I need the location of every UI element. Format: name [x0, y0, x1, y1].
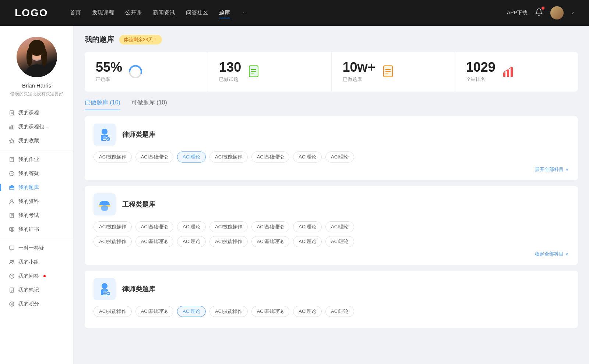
question-circle-icon: ? [9, 171, 15, 176]
logo[interactable]: LOGO [15, 7, 48, 19]
sidebar: Brian Harris 错误的决定比没有决定要好 我的课程 我的课程包... [0, 26, 74, 364]
doc-icon [9, 213, 15, 218]
user-dropdown-arrow[interactable]: ∨ [571, 10, 574, 15]
main-content: 我的题库 体验剩余23天！ 55% 正确率 [74, 26, 589, 364]
sidebar-item-course-pack[interactable]: 我的课程包... [0, 120, 73, 134]
svg-point-5 [27, 64, 47, 77]
svg-rect-20 [11, 187, 12, 188]
file-icon [9, 110, 15, 116]
doc-orange-svg [382, 65, 395, 78]
tags-row-1-first: ACI技能操作 ACI基础理论 ACI理论 ACI技能操作 ACI基础理论 AC… [94, 221, 569, 232]
stat-done-banks: 10w+ 已做题库 [332, 52, 455, 92]
sidebar-item-notes[interactable]: 我的笔记 [0, 283, 73, 297]
tag-0-3[interactable]: ACI技能操作 [209, 151, 248, 163]
tag-0-2[interactable]: ACI理论 [177, 151, 206, 163]
sidebar-item-points[interactable]: 积 我的积分 [0, 297, 73, 311]
sidebar-item-bank[interactable]: 我的题库 [0, 181, 73, 195]
main-layout: Brian Harris 错误的决定比没有决定要好 我的课程 我的课程包... [0, 26, 589, 364]
pie-chart-svg [128, 64, 143, 79]
tag-2-6[interactable]: ACI理论 [325, 306, 354, 317]
tag-1-r2-6[interactable]: ACI理论 [325, 236, 354, 247]
tag-2-0[interactable]: ACI技能操作 [94, 306, 132, 317]
avatar-image [17, 37, 57, 77]
sidebar-item-profile[interactable]: 我的资料 [0, 195, 73, 208]
page-title: 我的题库 [85, 35, 114, 44]
tag-1-0[interactable]: ACI技能操作 [94, 221, 132, 232]
nav-more[interactable]: ··· [241, 8, 246, 18]
svg-point-54 [102, 129, 107, 135]
tag-2-1[interactable]: ACI基础理论 [135, 306, 174, 317]
stat-correct-label: 正确率 [96, 76, 122, 83]
qbank-header-1: 工程类题库 [94, 193, 569, 215]
note-icon [9, 287, 15, 293]
tag-0-0[interactable]: ACI技能操作 [94, 151, 132, 163]
tag-2-2[interactable]: ACI理论 [177, 306, 206, 317]
pie-chart-icon [128, 64, 143, 79]
tag-0-5[interactable]: ACI理论 [293, 151, 322, 163]
qbank-section-1: 工程类题库 ACI技能操作 ACI基础理论 ACI理论 ACI技能操作 ACI基… [85, 186, 578, 265]
svg-point-28 [11, 228, 13, 230]
avatar-svg [17, 37, 57, 77]
nav-bank[interactable]: 题库 [219, 8, 230, 18]
nav-qa[interactable]: 问答社区 [186, 8, 208, 18]
svg-rect-13 [10, 157, 14, 162]
stat-correct-value: 55% [96, 61, 122, 74]
svg-rect-53 [511, 67, 513, 77]
tag-1-r2-4[interactable]: ACI基础理论 [251, 236, 290, 247]
tag-1-r2-3[interactable]: ACI技能操作 [209, 236, 248, 247]
bar-red-icon [501, 64, 516, 79]
user-avatar-nav[interactable] [550, 6, 564, 19]
sidebar-item-qna[interactable]: ? 我的答疑 [0, 167, 73, 181]
divider-2 [0, 239, 73, 239]
doc-green-icon [247, 64, 262, 79]
tag-0-1[interactable]: ACI基础理论 [135, 151, 174, 163]
sidebar-item-course[interactable]: 我的课程 [0, 106, 73, 120]
tag-1-r2-2[interactable]: ACI理论 [177, 236, 206, 247]
svg-point-62 [103, 290, 106, 293]
tag-1-r2-5[interactable]: ACI理论 [293, 236, 322, 247]
stat-rank: 1029 全站排名 [455, 52, 578, 92]
tab-done-banks[interactable]: 已做题库 (10) [85, 99, 120, 110]
tag-1-2[interactable]: ACI理论 [177, 221, 206, 232]
chat-icon [9, 245, 15, 251]
nav-home[interactable]: 首页 [70, 8, 81, 18]
sidebar-item-favorites[interactable]: 我的收藏 [0, 134, 73, 148]
tag-1-4[interactable]: ACI基础理论 [251, 221, 290, 232]
qbank-title-1: 工程类题库 [122, 200, 155, 209]
sidebar-item-homework[interactable]: 我的作业 [0, 153, 73, 167]
tag-2-4[interactable]: ACI基础理论 [251, 306, 290, 317]
sidebar-item-group[interactable]: 我的小组 [0, 255, 73, 269]
section-0-footer[interactable]: 展开全部科目 ∨ [94, 166, 569, 173]
svg-rect-9 [10, 127, 11, 129]
tag-2-3[interactable]: ACI技能操作 [209, 306, 248, 317]
tag-2-5[interactable]: ACI理论 [293, 306, 322, 317]
app-download-button[interactable]: APP下载 [507, 10, 528, 16]
section-1-footer[interactable]: 收起全部科目 ∧ [94, 251, 569, 257]
tag-1-1[interactable]: ACI基础理论 [135, 221, 174, 232]
tag-1-r2-0[interactable]: ACI技能操作 [94, 236, 132, 247]
notification-bell[interactable] [535, 8, 543, 18]
tab-available-banks[interactable]: 可做题库 (10) [131, 99, 167, 110]
nav-discover[interactable]: 发现课程 [92, 8, 114, 18]
tags-row-0: ACI技能操作 ACI基础理论 ACI理论 ACI技能操作 ACI基础理论 AC… [94, 151, 569, 163]
tag-1-6[interactable]: ACI理论 [325, 221, 354, 232]
tag-1-3[interactable]: ACI技能操作 [209, 221, 248, 232]
tag-1-5[interactable]: ACI理论 [293, 221, 322, 232]
svg-point-56 [103, 136, 106, 139]
nav-menu: 首页 发现课程 公开课 新闻资讯 问答社区 题库 ··· [70, 8, 492, 18]
engineer-icon-1 [94, 193, 116, 215]
divider-1 [0, 150, 73, 150]
nav-news[interactable]: 新闻资讯 [153, 8, 175, 18]
tag-0-4[interactable]: ACI基础理论 [251, 151, 290, 163]
sidebar-item-exam[interactable]: 我的考试 [0, 208, 73, 222]
sidebar-item-my-qa[interactable]: ? 我的问答 [0, 269, 73, 283]
tag-1-r2-1[interactable]: ACI基础理论 [135, 236, 174, 247]
svg-rect-6 [10, 111, 14, 115]
nav-open-course[interactable]: 公开课 [125, 8, 142, 18]
doc-green-svg [248, 65, 261, 78]
sidebar-item-1on1[interactable]: 一对一答疑 [0, 241, 73, 255]
sidebar-item-cert[interactable]: 我的证书 [0, 222, 73, 236]
navbar-right: APP下载 ∨ [507, 6, 574, 19]
stat-rank-value: 1029 [466, 61, 495, 74]
tag-0-6[interactable]: ACI理论 [325, 151, 354, 163]
